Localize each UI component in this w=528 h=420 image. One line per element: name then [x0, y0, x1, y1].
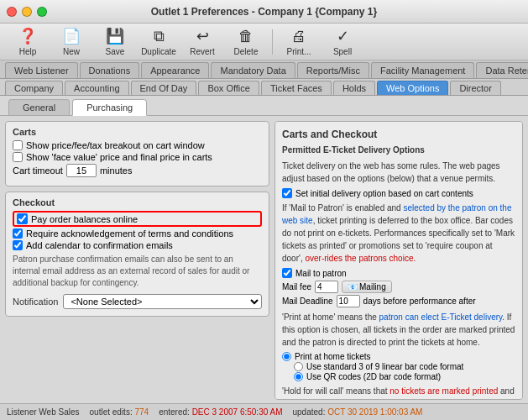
mail-to-patron-blue: selected by the patron on the web site: [282, 203, 511, 225]
show-price-checkbox[interactable]: [13, 140, 23, 150]
mail-fee-row: Mail fee 📧 Mailing: [282, 281, 515, 293]
tab-facility-management[interactable]: Facility Management: [371, 62, 475, 78]
qr-codes-label: Use QR codes (2D bar code format): [306, 372, 441, 381]
status-outlet-edits-label: outlet edits:: [90, 407, 133, 417]
tab-web-options[interactable]: Web Options: [377, 81, 448, 95]
tab-mandatory-data[interactable]: Mandatory Data: [211, 62, 295, 78]
delete-icon: 🗑: [238, 28, 254, 45]
status-outlet-edits: outlet edits: 774: [90, 407, 149, 417]
add-calendar-label: Add calendar to confirmation emails: [26, 240, 173, 250]
pay-order-label: Pay order balances online: [31, 214, 138, 224]
standard-barcode-radio-row: Use standard 3 of 9 linear bar code form…: [282, 362, 515, 371]
require-ack-checkbox[interactable]: [13, 228, 23, 239]
mail-deadline-input[interactable]: [337, 295, 360, 307]
notification-label: Notification: [13, 297, 58, 307]
delete-button[interactable]: 🗑 Delete: [225, 26, 267, 58]
notification-select[interactable]: <None Selected>: [63, 294, 262, 309]
help-button[interactable]: ❓ Help: [7, 26, 49, 58]
mailing-button-label: Mailing: [359, 282, 386, 291]
eticketing-header-text: Permitted E-Ticket Delivery Options: [282, 145, 425, 155]
mail-fee-input[interactable]: [315, 281, 338, 293]
status-entered-label: entered:: [159, 407, 190, 417]
new-button[interactable]: 📄 New: [50, 26, 92, 58]
new-icon: 📄: [62, 27, 81, 45]
show-face-value-checkbox[interactable]: [13, 152, 23, 162]
tab-web-listener[interactable]: Web Listener: [5, 62, 78, 78]
toolbar-separator: [272, 29, 273, 55]
help-icon: ❓: [18, 27, 37, 45]
tab-purchasing[interactable]: Purchasing: [72, 99, 147, 116]
add-calendar-checkbox[interactable]: [13, 240, 23, 250]
help-label: Help: [19, 47, 37, 56]
print-at-home-desc: 'Print at home' means the patron can ele…: [282, 311, 515, 349]
save-button[interactable]: 💾 Save: [94, 26, 136, 58]
tab-donations[interactable]: Donations: [80, 62, 140, 78]
tab-holds[interactable]: Holds: [333, 81, 375, 95]
set-initial-delivery-checkbox[interactable]: [282, 188, 292, 198]
pay-order-row: Pay order balances online: [13, 211, 262, 227]
minimize-button[interactable]: [22, 7, 32, 17]
tab-accounting[interactable]: Accounting: [65, 81, 128, 95]
new-label: New: [63, 47, 80, 56]
cart-timeout-row: Cart timeout minutes: [13, 164, 262, 177]
status-outlet-edits-count: 774: [134, 407, 149, 417]
tab-ticket-faces[interactable]: Ticket Faces: [261, 81, 332, 95]
pay-order-checkbox[interactable]: [17, 213, 28, 224]
print-button[interactable]: 🖨 Print...: [278, 26, 320, 58]
revert-label: Revert: [190, 47, 214, 56]
spell-label: Spell: [333, 47, 352, 56]
save-icon: 💾: [106, 27, 124, 45]
maximize-button[interactable]: [37, 7, 47, 17]
delete-label: Delete: [234, 47, 259, 56]
qr-codes-radio[interactable]: [294, 372, 303, 381]
mail-to-patron-label: Mail to patron: [295, 269, 347, 278]
standard-barcode-radio[interactable]: [294, 362, 303, 371]
mail-to-patron-checkbox[interactable]: [282, 268, 292, 278]
main-window: Outlet 1 Preferences - Company 1 {Compan…: [0, 0, 528, 420]
status-entered: entered: DEC 3 2007 6:50:30 AM: [159, 407, 282, 417]
tab-director[interactable]: Director: [450, 81, 501, 95]
duplicate-button[interactable]: ⧉ Duplicate: [138, 26, 180, 58]
mail-deadline-label: Mail Deadline: [282, 297, 333, 306]
title-bar: Outlet 1 Preferences - Company 1 {Compan…: [0, 0, 528, 24]
mail-deadline-row: Mail Deadline days before performance af…: [282, 295, 515, 307]
left-panel: Carts Show price/fee/tax breakout on car…: [5, 121, 269, 400]
spell-icon: ✓: [337, 27, 349, 45]
mailing-icon: 📧: [348, 282, 358, 291]
print-at-home-radio[interactable]: [282, 352, 291, 361]
hold-for-call-desc: 'Hold for will call' means that no ticke…: [282, 385, 515, 400]
show-face-value-label: Show 'face value' price and final price …: [26, 152, 212, 162]
revert-button[interactable]: ↩ Revert: [181, 26, 223, 58]
print-at-home-radio-label: Print at home tickets: [295, 352, 371, 361]
cart-timeout-unit: minutes: [100, 165, 133, 176]
tab-data-retention[interactable]: Data Retention: [476, 62, 528, 78]
print-at-home-blue: patron can elect E-Ticket delivery: [379, 312, 503, 322]
status-entered-date: DEC 3 2007 6:50:30 AM: [192, 407, 283, 417]
checkout-title: Checkout: [13, 197, 262, 207]
tab-appearance[interactable]: Appearance: [141, 62, 209, 78]
window-controls: [7, 7, 47, 17]
standard-barcode-label: Use standard 3 of 9 linear bar code form…: [306, 362, 463, 371]
show-face-value-row: Show 'face value' price and final price …: [13, 152, 262, 162]
carts-group: Carts Show price/fee/tax breakout on car…: [5, 121, 269, 186]
tab-row-1: Web Listener Donations Appearance Mandat…: [0, 60, 528, 79]
set-initial-delivery-label: Set initial delivery option based on car…: [295, 189, 473, 198]
spell-button[interactable]: ✓ Spell: [322, 26, 363, 58]
mailing-button[interactable]: 📧 Mailing: [342, 281, 392, 293]
save-label: Save: [106, 47, 125, 56]
tab-reports-misc[interactable]: Reports/Misc: [297, 62, 369, 78]
print-at-home-radio-row: Print at home tickets: [282, 352, 515, 361]
eticketing-desc: Ticket delivery on the web has some rule…: [282, 160, 515, 185]
tab-box-office[interactable]: Box Office: [198, 81, 259, 95]
mail-fee-label: Mail fee: [282, 282, 311, 291]
qr-codes-radio-row: Use QR codes (2D bar code format): [282, 372, 515, 381]
tab-company[interactable]: Company: [5, 81, 63, 95]
tab-end-of-day[interactable]: End Of Day: [131, 81, 197, 95]
tab-general[interactable]: General: [8, 99, 70, 115]
close-button[interactable]: [7, 7, 17, 17]
duplicate-icon: ⧉: [154, 28, 165, 45]
main-content: Carts Show price/fee/tax breakout on car…: [0, 116, 528, 405]
no-tickets-marked-text: no tickets are marked printed: [389, 386, 498, 396]
require-ack-row: Require acknowledgement of terms and con…: [13, 228, 262, 239]
cart-timeout-input[interactable]: [66, 164, 97, 177]
